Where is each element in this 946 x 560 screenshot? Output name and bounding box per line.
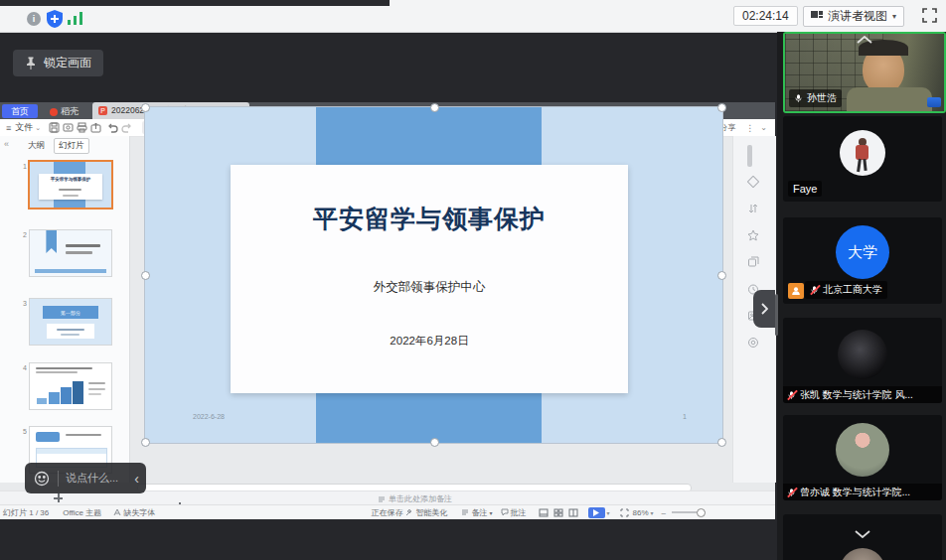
selection-handle[interactable] bbox=[717, 438, 726, 447]
reading-view-icon[interactable] bbox=[568, 508, 578, 517]
participant-tile-partial[interactable] bbox=[783, 514, 942, 560]
thumb5-table-header bbox=[37, 449, 107, 455]
notes-placeholder-area[interactable]: 单击此处添加备注 bbox=[378, 493, 452, 504]
slide-canvas[interactable]: 平安留学与领事保护 外交部领事保护中心 2022年6月28日 2022-6-28… bbox=[145, 107, 722, 443]
play-caret-icon[interactable]: ▾ bbox=[607, 509, 610, 516]
avatar bbox=[836, 423, 889, 477]
save-icon[interactable] bbox=[49, 122, 60, 133]
thumb4-step bbox=[61, 387, 72, 404]
network-signal-icon[interactable] bbox=[67, 11, 84, 27]
chat-input-placeholder[interactable]: 说点什么... bbox=[66, 471, 118, 486]
normal-view-icon[interactable] bbox=[539, 508, 549, 517]
emoji-smiley-icon[interactable] bbox=[34, 471, 50, 487]
participant-tile-btbu[interactable]: 大学 北京工商大学 bbox=[783, 217, 942, 304]
vertical-scrollbar[interactable] bbox=[747, 145, 752, 167]
zoom-slider-knob[interactable] bbox=[697, 508, 706, 517]
file-menu[interactable]: 文件 bbox=[15, 121, 33, 134]
collapse-panel-icon[interactable]: « bbox=[4, 139, 9, 149]
slide-title: 平安留学与领事保护 bbox=[231, 203, 628, 235]
side-tool-animation-icon[interactable] bbox=[747, 256, 759, 268]
participant-tile-faye[interactable]: Faye bbox=[783, 116, 942, 202]
fullscreen-icon[interactable] bbox=[922, 8, 937, 23]
selection-handle[interactable] bbox=[717, 271, 726, 280]
expand-panel-tab[interactable] bbox=[753, 290, 775, 328]
font-warning-icon bbox=[113, 508, 121, 516]
tab-outline[interactable]: 大纲 bbox=[24, 139, 49, 153]
slide-title-card[interactable]: 平安留学与领事保护 外交部领事保护中心 2022年6月28日 bbox=[231, 165, 628, 393]
notes-placeholder: 单击此处添加备注 bbox=[389, 493, 452, 504]
participant-shoulders bbox=[847, 87, 932, 111]
zoom-out-button[interactable]: – bbox=[662, 508, 666, 517]
slide-thumbnail-panel: « 大纲 幻灯片 1 平安留学与领事保护 2 3 bbox=[0, 136, 130, 483]
zoom-level[interactable]: 86% bbox=[633, 508, 649, 517]
avatar-text: 大学 bbox=[848, 243, 877, 262]
fit-slide-icon[interactable] bbox=[620, 508, 629, 517]
scroll-up-chevron-icon[interactable] bbox=[857, 36, 872, 44]
chat-divider bbox=[58, 471, 59, 487]
tab-slides[interactable]: 幻灯片 bbox=[54, 138, 89, 154]
selection-handle[interactable] bbox=[141, 103, 150, 112]
more-options-icon[interactable]: ⋮ bbox=[745, 123, 754, 133]
slide-thumb-3[interactable]: 第一部分 bbox=[30, 299, 111, 345]
undo-icon[interactable] bbox=[107, 122, 118, 133]
print-icon[interactable] bbox=[77, 122, 87, 133]
notes-toggle[interactable]: 备注 ▾ bbox=[461, 507, 492, 518]
add-slide-button[interactable] bbox=[54, 493, 63, 502]
participant-tile-zhangkai[interactable]: 张凯 数学与统计学院 风... bbox=[783, 318, 942, 403]
layout-view-icon bbox=[811, 11, 823, 22]
wps-status-bar: 幻灯片 1 / 36 Office 主题 缺失字体 正在保存 智能美化 备注 ▾… bbox=[0, 504, 775, 519]
slide-thumb-4[interactable] bbox=[30, 363, 111, 409]
selection-handle[interactable] bbox=[141, 438, 150, 447]
selection-handle[interactable] bbox=[141, 271, 150, 280]
beautify-button[interactable]: 智能美化 bbox=[405, 507, 447, 518]
participant-sidebar: 孙世浩 Faye 大学 bbox=[777, 32, 946, 560]
selection-handle[interactable] bbox=[430, 438, 439, 447]
theme-button[interactable]: Office 主题 bbox=[63, 507, 101, 518]
comments-toggle[interactable]: 批注 bbox=[501, 507, 527, 518]
scroll-down-chevron-icon[interactable] bbox=[855, 530, 870, 538]
beautify-label: 智能美化 bbox=[415, 507, 447, 518]
security-shield-icon[interactable] bbox=[47, 10, 63, 28]
export-icon[interactable] bbox=[90, 122, 101, 133]
slide-thumb-1[interactable]: 平安留学与领事保护 bbox=[30, 162, 111, 208]
wps-home-tab[interactable]: 首页 bbox=[2, 104, 38, 118]
participant-name-label: 曾亦诚 数学与统计学院... bbox=[783, 484, 942, 500]
slide-thumb-2[interactable] bbox=[30, 230, 111, 276]
side-tool-props-icon[interactable] bbox=[747, 176, 759, 188]
participant-name-label: 张凯 数学与统计学院 风... bbox=[783, 386, 942, 403]
video-watermark-badge bbox=[927, 97, 941, 107]
avatar-figure-leg bbox=[857, 159, 862, 172]
zoom-slider[interactable] bbox=[672, 511, 706, 513]
thumb5-line bbox=[66, 434, 101, 436]
slide-subtitle: 外交部领事保护中心 bbox=[231, 279, 628, 296]
play-icon bbox=[593, 509, 599, 516]
thumb-number: 5 bbox=[17, 428, 27, 435]
lock-view-button[interactable]: 锁定画面 bbox=[13, 50, 103, 76]
slide-date: 2022年6月28日 bbox=[231, 334, 628, 349]
output-icon[interactable] bbox=[63, 122, 74, 133]
sorter-view-icon[interactable] bbox=[553, 508, 563, 517]
meeting-info-icon[interactable]: i bbox=[27, 12, 41, 26]
selection-handle[interactable] bbox=[717, 103, 726, 112]
side-tool-beautify-icon[interactable] bbox=[747, 229, 759, 241]
selection-handle[interactable] bbox=[430, 103, 439, 112]
ppt-file-icon: P bbox=[98, 106, 107, 115]
sidebar-resize-handle[interactable] bbox=[775, 294, 778, 336]
docer-icon bbox=[50, 108, 58, 116]
redo-icon[interactable] bbox=[121, 122, 132, 133]
collapse-ribbon-icon[interactable]: ⌄ bbox=[760, 123, 767, 132]
wps-docer-tab[interactable]: 稻壳 bbox=[44, 104, 84, 119]
play-slideshow-button[interactable] bbox=[588, 507, 605, 518]
horizontal-scrollbar[interactable] bbox=[137, 484, 696, 490]
side-tool-resource-icon[interactable] bbox=[747, 337, 759, 349]
hamburger-icon[interactable]: ≡ bbox=[6, 123, 11, 133]
top-edge-strip bbox=[0, 0, 390, 6]
notes-lines-icon bbox=[461, 508, 469, 516]
participant-tile-sunshihao[interactable]: 孙世浩 bbox=[783, 32, 946, 113]
participant-name-label: 北京工商大学 bbox=[805, 281, 887, 299]
participant-tile-zengyicheng[interactable]: 曾亦诚 数学与统计学院... bbox=[783, 415, 942, 500]
view-mode-button[interactable]: 演讲者视图 ▾ bbox=[803, 6, 904, 27]
missing-font-button[interactable]: 缺失字体 bbox=[113, 507, 155, 518]
side-tool-sort-icon[interactable] bbox=[747, 203, 759, 214]
chat-collapse-icon[interactable]: ‹ bbox=[134, 471, 139, 487]
